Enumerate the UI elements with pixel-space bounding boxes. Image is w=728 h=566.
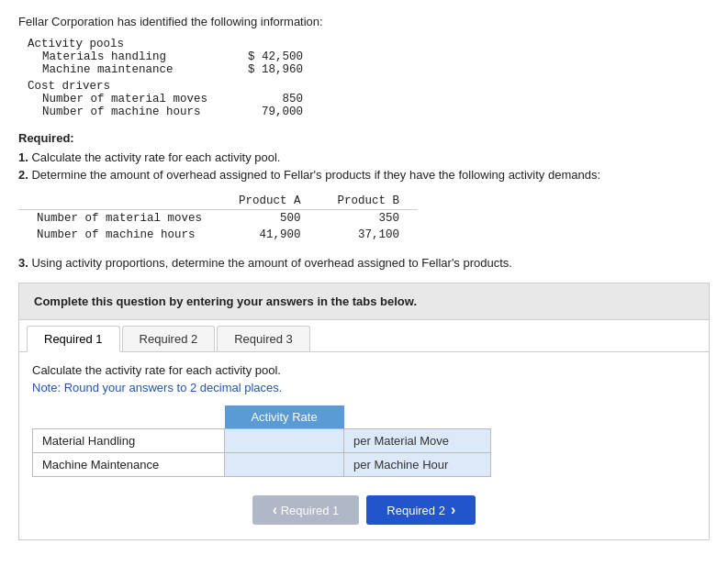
material-handling-unit: per Material Move: [344, 429, 491, 453]
material-handling-row-label: Material Handling: [33, 429, 225, 453]
activity-pools-label: Activity pools: [28, 38, 710, 50]
nav-buttons: Required 1 Required 2: [32, 495, 696, 525]
table-row: Material Handling per Material Move: [33, 429, 491, 453]
machine-hours-label: Number of machine hours: [28, 105, 230, 118]
machine-maintenance-label: Machine maintenance: [28, 63, 230, 76]
next-label: Required 2: [386, 504, 445, 517]
requirements-list: 1. Calculate the activity rate for each …: [18, 150, 710, 182]
material-handling-input[interactable]: [234, 434, 334, 448]
materials-handling-label: Materials handling: [28, 50, 230, 63]
product-b-header: Product B: [319, 193, 419, 210]
product-a-header: Product A: [220, 193, 319, 210]
cost-drivers-label: Cost drivers: [28, 80, 710, 93]
material-moves-label: Number of material moves: [28, 93, 230, 105]
req2-text: Determine the amount of overhead assigne…: [31, 168, 600, 182]
calc-note: Note: Round your answers to 2 decimal pl…: [32, 381, 696, 394]
unit-header: [344, 405, 491, 429]
demand-b-1: 350: [319, 210, 419, 228]
materials-handling-value: $ 42,500: [230, 50, 303, 63]
chevron-left-icon: [273, 504, 277, 517]
tab-required2[interactable]: Required 2: [122, 326, 216, 351]
req3-text: 3. Using activity proportions, determine…: [18, 256, 710, 270]
info-table: Activity pools Materials handling $ 42,5…: [28, 38, 710, 118]
req3-body: Using activity proportions, determine th…: [31, 256, 511, 270]
tab-required1[interactable]: Required 1: [27, 326, 120, 352]
prev-label: Required 1: [281, 504, 340, 517]
demand-label-1: Number of material moves: [18, 210, 220, 228]
requirement-2: 2. Determine the amount of overhead assi…: [18, 168, 710, 182]
prev-button[interactable]: Required 1: [252, 495, 360, 525]
chevron-right-icon: [451, 502, 455, 518]
req1-text: Calculate the activity rate for each act…: [31, 150, 280, 164]
next-button[interactable]: Required 2: [366, 495, 476, 525]
machine-maintenance-row: Machine maintenance $ 18,960: [28, 63, 710, 76]
machine-maintenance-row-label: Machine Maintenance: [33, 453, 225, 477]
tabs-bar: Required 1 Required 2 Required 3: [19, 320, 709, 352]
demand-a-2: 41,900: [220, 227, 319, 243]
machine-maintenance-input-cell[interactable]: [225, 453, 344, 477]
requirement-1: 1. Calculate the activity rate for each …: [18, 150, 710, 164]
activity-rate-header: Activity Rate: [225, 405, 344, 429]
demand-a-1: 500: [220, 210, 319, 228]
demand-row-2: Number of machine hours 41,900 37,100: [18, 227, 418, 243]
machine-maintenance-value: $ 18,960: [230, 63, 303, 76]
machine-maintenance-input[interactable]: [234, 458, 334, 472]
activity-rate-table: Activity Rate Material Handling per Mate…: [32, 405, 491, 477]
empty-header: [33, 405, 225, 429]
tabs-container: Required 1 Required 2 Required 3 Calcula…: [18, 320, 710, 540]
material-handling-input-cell[interactable]: [225, 429, 344, 453]
material-moves-value: 850: [230, 93, 303, 105]
demand-b-2: 37,100: [319, 227, 419, 243]
table-row: Machine Maintenance per Machine Hour: [33, 453, 491, 477]
required-label: Required:: [18, 131, 710, 145]
material-moves-row: Number of material moves 850: [28, 93, 710, 105]
calc-instruction: Calculate the activity rate for each act…: [32, 363, 696, 377]
req3-num: 3.: [18, 256, 28, 270]
demand-row-1: Number of material moves 500 350: [18, 210, 418, 228]
machine-hours-value: 79,000: [230, 105, 303, 118]
complete-box: Complete this question by entering your …: [18, 283, 710, 320]
demand-table: Product A Product B Number of material m…: [18, 193, 418, 243]
tab-content: Calculate the activity rate for each act…: [19, 352, 709, 539]
tab-required3[interactable]: Required 3: [217, 326, 310, 351]
machine-maintenance-unit: per Machine Hour: [344, 453, 491, 477]
machine-hours-row: Number of machine hours 79,000: [28, 105, 710, 118]
materials-handling-row: Materials handling $ 42,500: [28, 50, 710, 63]
req1-num: 1.: [18, 150, 28, 164]
demand-label-2: Number of machine hours: [18, 227, 220, 243]
intro-text: Fellar Corporation has identified the fo…: [18, 15, 710, 28]
req2-num: 2.: [18, 168, 28, 182]
